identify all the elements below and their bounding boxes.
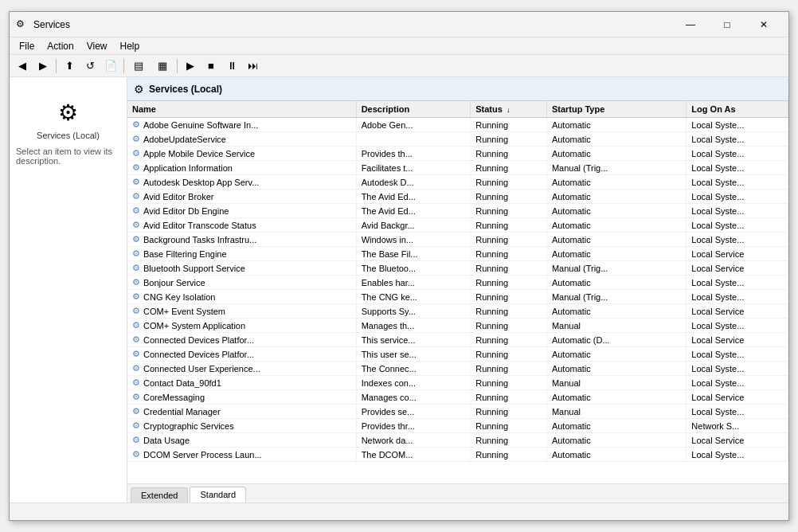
service-icon: ⚙ bbox=[132, 392, 140, 402]
service-icon: ⚙ bbox=[132, 119, 140, 130]
service-description: Indexes con... bbox=[356, 376, 471, 390]
service-name: Credential Manager bbox=[143, 407, 221, 417]
column-startup[interactable]: Startup Type bbox=[546, 101, 686, 118]
menu-help[interactable]: Help bbox=[114, 39, 147, 53]
view-button[interactable]: ▦ bbox=[151, 57, 174, 75]
table-row[interactable]: ⚙ Autodesk Desktop App Serv... Autodesk … bbox=[127, 175, 788, 190]
table-row[interactable]: ⚙ Application Information Facilitates t.… bbox=[127, 161, 788, 175]
main-content: ⚙ Services (Local) Select an item to vie… bbox=[10, 77, 788, 503]
table-row[interactable]: ⚙ Avid Editor Db Engine The Avid Ed... R… bbox=[127, 204, 788, 218]
table-row[interactable]: ⚙ Connected Devices Platfor... This serv… bbox=[127, 333, 788, 347]
service-status: Running bbox=[471, 362, 547, 376]
service-name: AdobeUpdateService bbox=[143, 135, 226, 144]
menu-file[interactable]: File bbox=[13, 39, 41, 53]
close-button[interactable]: ✕ bbox=[745, 12, 782, 37]
service-name: Cryptographic Services bbox=[143, 421, 234, 431]
minimize-button[interactable]: — bbox=[672, 12, 709, 37]
table-row[interactable]: ⚙ Data Usage Network da... Running Autom… bbox=[127, 433, 788, 448]
service-description: Network da... bbox=[356, 433, 471, 448]
resume-button[interactable]: ⏭ bbox=[243, 57, 262, 75]
toolbar: ◀ ▶ ⬆ ↺ 📄 ▤ ▦ ▶ ■ ⏸ ⏭ bbox=[10, 55, 788, 77]
service-status: Running bbox=[471, 261, 547, 276]
table-row[interactable]: ⚙ Contact Data_90fd1 Indexes con... Runn… bbox=[127, 376, 788, 390]
menu-action[interactable]: Action bbox=[41, 39, 80, 53]
service-name: CNG Key Isolation bbox=[143, 292, 215, 302]
service-logon: Local Syste... bbox=[687, 132, 788, 147]
service-icon: ⚙ bbox=[132, 162, 140, 173]
table-row[interactable]: ⚙ COM+ Event System Supports Sy... Runni… bbox=[127, 304, 788, 319]
service-icon: ⚙ bbox=[132, 148, 140, 158]
service-startup: Automatic bbox=[546, 276, 686, 290]
toolbar-separator-3 bbox=[177, 59, 178, 73]
maximize-button[interactable]: □ bbox=[709, 12, 745, 37]
table-row[interactable]: ⚙ CoreMessaging Manages co... Running Au… bbox=[127, 390, 788, 405]
service-startup: Manual bbox=[546, 319, 686, 333]
service-name: Connected User Experience... bbox=[143, 364, 260, 374]
service-logon: Local Syste... bbox=[687, 276, 788, 290]
service-icon: ⚙ bbox=[132, 435, 140, 445]
service-status: Running bbox=[471, 433, 547, 448]
service-startup: Automatic bbox=[546, 132, 686, 147]
service-icon: ⚙ bbox=[132, 334, 140, 345]
services-table-container[interactable]: Name Description Status ↓ Startup Type bbox=[127, 101, 788, 483]
panel-header-text: Services (Local) bbox=[149, 84, 222, 95]
table-row[interactable]: ⚙ COM+ System Application Manages th... … bbox=[127, 319, 788, 333]
service-startup: Manual bbox=[546, 376, 686, 390]
service-logon: Local Syste... bbox=[687, 448, 788, 462]
service-status: Running bbox=[471, 448, 547, 462]
forward-button[interactable]: ▶ bbox=[33, 57, 53, 75]
menu-view[interactable]: View bbox=[80, 39, 114, 53]
sidebar-services-icon: ⚙ bbox=[58, 100, 78, 126]
table-row[interactable]: ⚙ AdobeUpdateService Running Automatic L… bbox=[127, 132, 788, 147]
table-row[interactable]: ⚙ Background Tasks Infrastru... Windows … bbox=[127, 233, 788, 247]
service-logon: Local Syste... bbox=[687, 347, 788, 362]
table-row[interactable]: ⚙ Avid Editor Transcode Status Avid Back… bbox=[127, 218, 788, 233]
service-startup: Automatic bbox=[546, 190, 686, 204]
table-row[interactable]: ⚙ Connected Devices Platfor... This user… bbox=[127, 347, 788, 362]
column-description[interactable]: Description bbox=[356, 101, 471, 118]
export-button[interactable]: 📄 bbox=[101, 57, 120, 75]
table-row[interactable]: ⚙ Avid Editor Broker The Avid Ed... Runn… bbox=[127, 190, 788, 204]
tab-extended[interactable]: Extended bbox=[131, 487, 188, 503]
service-icon: ⚙ bbox=[132, 320, 140, 331]
start-button[interactable]: ▶ bbox=[181, 57, 200, 75]
table-row[interactable]: ⚙ Cryptographic Services Provides thr...… bbox=[127, 419, 788, 433]
column-logon[interactable]: Log On As bbox=[687, 101, 788, 118]
table-row[interactable]: ⚙ CNG Key Isolation The CNG ke... Runnin… bbox=[127, 290, 788, 304]
table-row[interactable]: ⚙ Bonjour Service Enables har... Running… bbox=[127, 276, 788, 290]
tab-standard[interactable]: Standard bbox=[190, 487, 246, 503]
service-startup: Automatic bbox=[546, 118, 686, 132]
properties-button[interactable]: ▤ bbox=[127, 57, 150, 75]
service-icon: ⚙ bbox=[132, 449, 140, 460]
table-row[interactable]: ⚙ DCOM Server Process Laun... The DCOM..… bbox=[127, 448, 788, 462]
table-row[interactable]: ⚙ Base Filtering Engine The Base Fil... … bbox=[127, 247, 788, 261]
service-icon: ⚙ bbox=[132, 349, 140, 359]
services-table: Name Description Status ↓ Startup Type bbox=[127, 101, 788, 462]
service-icon: ⚙ bbox=[132, 191, 140, 201]
toolbar-separator-2 bbox=[123, 59, 124, 73]
stop-button[interactable]: ■ bbox=[201, 57, 221, 75]
service-description: Provides th... bbox=[356, 147, 471, 161]
back-button[interactable]: ◀ bbox=[13, 57, 32, 75]
service-description: Manages th... bbox=[356, 319, 471, 333]
table-row[interactable]: ⚙ Adobe Genuine Software In... Adobe Gen… bbox=[127, 118, 788, 132]
service-startup: Manual (Trig... bbox=[546, 261, 686, 276]
service-status: Running bbox=[471, 405, 547, 419]
service-status: Running bbox=[471, 290, 547, 304]
table-row[interactable]: ⚙ Connected User Experience... The Conne… bbox=[127, 362, 788, 376]
service-startup: Manual bbox=[546, 405, 686, 419]
service-icon: ⚙ bbox=[132, 134, 140, 144]
service-status: Running bbox=[471, 247, 547, 261]
pause-button[interactable]: ⏸ bbox=[222, 57, 241, 75]
up-button[interactable]: ⬆ bbox=[60, 57, 79, 75]
refresh-button[interactable]: ↺ bbox=[80, 57, 100, 75]
table-row[interactable]: ⚙ Bluetooth Support Service The Bluetoo.… bbox=[127, 261, 788, 276]
column-name[interactable]: Name bbox=[127, 101, 356, 118]
service-status: Running bbox=[471, 204, 547, 218]
table-row[interactable]: ⚙ Credential Manager Provides se... Runn… bbox=[127, 405, 788, 419]
service-logon: Local Service bbox=[687, 433, 788, 448]
service-description: Provides se... bbox=[356, 405, 471, 419]
sidebar-title: Services (Local) bbox=[37, 131, 100, 140]
column-status[interactable]: Status ↓ bbox=[471, 101, 547, 118]
table-row[interactable]: ⚙ Apple Mobile Device Service Provides t… bbox=[127, 147, 788, 161]
